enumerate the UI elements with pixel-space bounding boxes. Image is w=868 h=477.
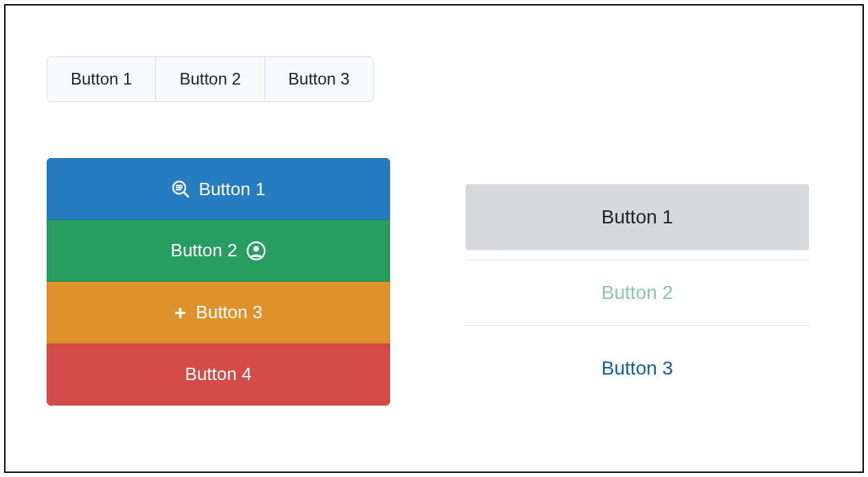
vert-button-2-label: Button 2 (171, 240, 238, 261)
plus-icon: + (174, 302, 187, 323)
svg-line-4 (184, 192, 188, 197)
zoom-search-icon (172, 180, 190, 198)
vert-button-4-label: Button 4 (185, 364, 252, 385)
button-group-horizontal: Button 1 Button 2 Button 3 (47, 56, 374, 102)
top-button-3[interactable]: Button 3 (264, 57, 373, 101)
example-frame: Button 1 Button 2 Button 3 Button 1 Butt… (4, 4, 864, 473)
right-button-3[interactable]: Button 3 (466, 335, 809, 401)
user-circle-icon (247, 241, 266, 260)
vert-button-2[interactable]: Button 2 (47, 220, 390, 282)
vert-button-4[interactable]: Button 4 (47, 344, 390, 406)
top-button-2[interactable]: Button 2 (155, 57, 264, 101)
vert-button-1-label: Button 1 (199, 179, 266, 200)
vert-button-1[interactable]: Button 1 (47, 158, 390, 220)
svg-point-6 (253, 245, 259, 251)
right-button-2[interactable]: Button 2 (466, 260, 809, 326)
right-button-1[interactable]: Button 1 (466, 184, 809, 250)
right-button-3-label: Button 3 (602, 357, 673, 379)
button-group-vertical-outline: Button 1 Button 2 Button 3 (466, 184, 809, 401)
vert-button-3-label: Button 3 (196, 302, 262, 323)
button-group-vertical-colored: Button 1 Button 2 + Button 3 Button 4 (47, 158, 390, 406)
vert-button-3[interactable]: + Button 3 (47, 282, 390, 344)
right-button-1-label: Button 1 (602, 206, 673, 228)
top-button-1[interactable]: Button 1 (47, 57, 155, 101)
right-button-2-label: Button 2 (602, 282, 673, 304)
